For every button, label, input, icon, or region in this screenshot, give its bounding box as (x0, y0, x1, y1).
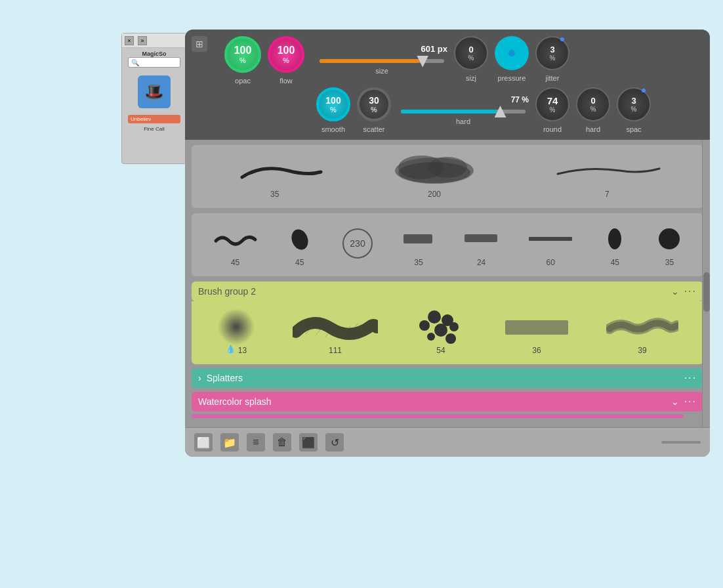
scatter-value: 30 (369, 95, 379, 106)
search-bar[interactable]: 🔍 (128, 57, 180, 68)
jitter-control: 3 % jitter (535, 36, 569, 82)
opac-control: 100 % opac (224, 36, 261, 85)
brush-row-1: 35 200 (192, 145, 703, 208)
brush-num: 45 (231, 258, 239, 267)
svg-point-10 (608, 228, 621, 249)
brush-item[interactable]: 200 (382, 152, 487, 201)
scroll-thumb[interactable] (703, 272, 710, 312)
opac-value: 100 (234, 45, 252, 56)
trash-icon: 🗑 (277, 436, 287, 448)
toolbar-btn-1[interactable]: ⬜ (194, 433, 213, 452)
watercolor-menu-icon[interactable]: ··· (684, 396, 697, 408)
brush-preview (527, 222, 573, 255)
brush-num: 24 (477, 258, 485, 267)
brush-item[interactable]: 35 (650, 220, 689, 270)
toolbar-btn-2[interactable]: 📁 (220, 433, 239, 452)
brush-item[interactable]: 230 (335, 224, 381, 265)
brush-item[interactable]: 45 (280, 220, 320, 270)
toolbar-btn-3[interactable]: ≡ (247, 433, 265, 452)
brush-preview (463, 222, 499, 255)
size-slider-track[interactable] (320, 59, 444, 63)
spac-value: 3 (631, 96, 636, 106)
toolbar-btn-5[interactable]: ⬛ (299, 433, 318, 452)
hard-control: 77 % hard (398, 95, 529, 125)
undo-icon: ↺ (331, 436, 339, 449)
smooth-sub: % (330, 106, 337, 114)
brush-item[interactable]: 45 (595, 220, 634, 270)
round-knob[interactable]: 74 % (535, 87, 569, 121)
brush-num: 13 (238, 346, 247, 355)
brush-num: 36 (532, 346, 541, 355)
svg-point-18 (427, 333, 435, 341)
brush-item[interactable]: 60 (521, 220, 580, 270)
pressure-knob[interactable] (495, 36, 529, 70)
unbeliev-button[interactable]: Unbeliev (128, 115, 180, 123)
panel-layout-icon[interactable]: ⊞ (192, 36, 207, 52)
brush-group-2-header[interactable]: Brush group 2 ⌄ ··· (192, 282, 703, 301)
svg-point-12 (218, 308, 255, 345)
splatters-menu-icon[interactable]: ··· (684, 372, 697, 384)
brush-panel: ⊞ 100 % opac 100 % flow (185, 30, 710, 457)
opac-knob[interactable]: 100 % (224, 36, 261, 73)
brush-num: 35 (414, 258, 423, 267)
hard-right-knob[interactable]: 0 % (576, 87, 610, 121)
brush-preview (415, 310, 467, 343)
size-slider-fill (320, 59, 419, 63)
sizj-value: 0 (468, 45, 473, 54)
brush-preview (217, 310, 256, 343)
brush-group-2-title: Brush group 2 (198, 286, 666, 297)
spac-dot (642, 89, 646, 93)
hard-slider-track[interactable] (401, 110, 526, 114)
brush-item[interactable]: 36 (497, 308, 576, 358)
smooth-knob[interactable]: 100 % (316, 87, 350, 121)
brush-item[interactable]: 24 (457, 220, 506, 270)
bottom-toolbar: ⬜ 📁 ≡ 🗑 ⬛ ↺ (185, 427, 710, 457)
sliders-area: 601 px size 0 % sizj (316, 36, 651, 133)
folder-icon: 📁 (223, 436, 236, 449)
sizj-label: sizj (466, 74, 476, 82)
brush-item[interactable]: 111 (286, 308, 384, 358)
sizj-knob[interactable]: 0 % (454, 36, 488, 70)
scatter-label: scatter (363, 125, 384, 133)
new-group-icon: ⬜ (197, 436, 210, 449)
resize-handle[interactable] (661, 441, 701, 444)
brush-num: 35 (270, 190, 279, 199)
svg-text:230: 230 (350, 238, 365, 249)
watercolor-title: Watercolor splash (198, 396, 666, 407)
brush-item[interactable]: 45 (206, 220, 265, 270)
splatters-header[interactable]: › Splatters ··· (192, 368, 703, 388)
brush-group-2-content: 💧 13 111 (192, 301, 703, 364)
menu-button[interactable]: » (138, 36, 147, 45)
jitter-knob[interactable]: 3 % (535, 36, 569, 70)
close-button[interactable]: × (125, 36, 134, 45)
toolbar-btn-delete[interactable]: 🗑 (273, 433, 291, 452)
brush-item[interactable]: 54 (408, 308, 474, 358)
size-control: 601 px size (316, 44, 447, 75)
brush-preview (236, 154, 314, 187)
scrollbar[interactable] (702, 140, 710, 427)
toolbar-btn-undo[interactable]: ↺ (325, 433, 344, 452)
pressure-label: pressure (498, 74, 526, 82)
svg-point-13 (428, 310, 441, 324)
chevron-down-icon: ⌄ (671, 396, 679, 407)
watercolor-header[interactable]: Watercolor splash ⌄ ··· (192, 392, 703, 411)
brush-num: 39 (638, 346, 646, 355)
brush-preview (213, 222, 258, 255)
brush-item[interactable]: 💧 13 (210, 308, 262, 358)
hard-right-sub: % (590, 106, 596, 113)
scatter-knob[interactable]: 30 % (357, 87, 391, 121)
brush-item[interactable]: 7 (548, 152, 666, 201)
flow-knob[interactable]: 100 % (268, 36, 304, 73)
hard-value: 77 % (511, 95, 529, 104)
brush-item[interactable]: 35 (396, 220, 442, 270)
smooth-value: 100 (325, 95, 341, 106)
watercolor-section: Watercolor splash ⌄ ··· (192, 392, 703, 418)
svg-point-15 (419, 320, 430, 331)
group2-menu-icon[interactable]: ··· (684, 285, 697, 297)
brush-item[interactable]: 39 (600, 308, 685, 358)
brush-item[interactable]: 35 (229, 152, 321, 201)
export-icon: ⬛ (302, 436, 315, 449)
brush-num: 45 (295, 258, 304, 267)
hard-label: hard (456, 117, 470, 125)
spac-knob[interactable]: 3 % (617, 87, 651, 121)
